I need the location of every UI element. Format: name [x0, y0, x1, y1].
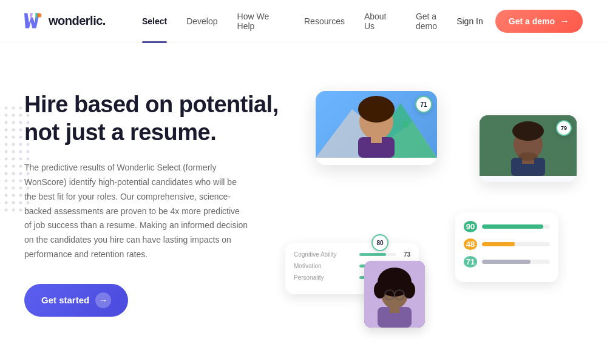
candidate-card-man: 79 — [480, 115, 577, 182]
svg-point-34 — [0, 150, 1, 153]
nav-right: Sign In Get a demo → — [456, 10, 583, 33]
svg-point-30 — [5, 143, 8, 146]
svg-point-76 — [12, 209, 15, 212]
svg-point-26 — [12, 136, 15, 139]
arrow-right-icon: → — [95, 292, 111, 308]
hero-illustration: 71 79 — [279, 79, 583, 364]
svg-point-65 — [5, 194, 8, 197]
candidate-photo-man: 79 — [480, 115, 577, 176]
score-row-48: 48 — [464, 238, 550, 250]
assess-row-cognitive: Cognitive Ability 73 — [294, 251, 410, 258]
score-badge-80: 80 — [371, 234, 388, 251]
logo-text: wonderlic. — [49, 14, 106, 28]
get-demo-button[interactable]: Get a demo → — [495, 10, 583, 33]
wonderlic-logo-icon — [24, 13, 44, 30]
svg-point-4 — [0, 107, 1, 110]
svg-point-89 — [512, 121, 544, 141]
svg-point-12 — [19, 114, 22, 117]
svg-point-11 — [12, 114, 15, 117]
svg-point-6 — [12, 107, 15, 110]
svg-point-66 — [12, 194, 15, 197]
svg-point-59 — [0, 187, 1, 190]
score-bar-fill-71 — [482, 260, 531, 264]
svg-point-22 — [19, 129, 22, 132]
svg-point-75 — [5, 209, 8, 212]
hero-description: The predictive results of Wonderlic Sele… — [24, 161, 249, 262]
svg-point-25 — [5, 136, 8, 139]
logo[interactable]: wonderlic. — [24, 13, 106, 30]
svg-point-9 — [0, 114, 1, 117]
svg-point-57 — [19, 180, 22, 183]
svg-point-74 — [0, 209, 1, 212]
candidate-photo-woman: 71 — [316, 91, 437, 158]
svg-rect-86 — [371, 133, 382, 143]
arrow-icon: → — [560, 16, 569, 27]
svg-point-77 — [19, 209, 22, 212]
svg-point-97 — [403, 281, 415, 298]
svg-point-54 — [0, 180, 1, 183]
svg-point-15 — [5, 121, 8, 124]
svg-point-17 — [19, 121, 22, 124]
svg-point-55 — [5, 180, 8, 183]
svg-point-67 — [19, 194, 22, 197]
svg-point-84 — [358, 96, 395, 123]
score-value-48: 48 — [464, 238, 477, 250]
sign-in-link[interactable]: Sign In — [456, 16, 483, 26]
nav-item-resources[interactable]: Resources — [304, 16, 345, 26]
svg-point-70 — [5, 201, 8, 204]
nav-item-get-a-demo[interactable]: Get a demo — [416, 12, 456, 31]
score-value-71: 71 — [464, 256, 477, 268]
svg-point-56 — [12, 180, 15, 183]
nav-item-select[interactable]: Select — [142, 16, 167, 26]
svg-point-5 — [5, 107, 8, 110]
svg-point-64 — [0, 194, 1, 197]
svg-point-44 — [0, 165, 1, 168]
svg-point-51 — [12, 172, 15, 175]
svg-point-72 — [19, 201, 22, 204]
assess-label-motivation: Motivation — [294, 263, 356, 269]
hero-section: // We'll render dots via inline approach — [0, 42, 607, 364]
svg-point-35 — [5, 150, 8, 153]
candidate-card-woman: 71 — [316, 91, 437, 165]
nav-item-develop[interactable]: Develop — [186, 16, 217, 26]
svg-point-96 — [374, 281, 386, 298]
svg-point-49 — [0, 172, 1, 175]
score-bar-bg-71 — [482, 260, 550, 264]
nav-item-about-us[interactable]: About Us — [364, 12, 396, 31]
svg-point-46 — [12, 165, 15, 168]
svg-point-37 — [19, 150, 22, 153]
svg-point-19 — [0, 129, 1, 132]
candidate-avatar-woman2 — [364, 261, 425, 328]
score-badge-79: 79 — [556, 120, 572, 136]
score-bar-fill-90 — [482, 224, 543, 229]
svg-rect-102 — [390, 305, 399, 313]
svg-point-50 — [5, 172, 8, 175]
score-bar-fill-48 — [482, 242, 515, 246]
score-bars-card: 90 48 71 — [455, 212, 558, 282]
svg-point-41 — [12, 158, 15, 161]
svg-point-29 — [0, 143, 1, 146]
score-value-90: 90 — [464, 221, 477, 232]
score-bar-bg-48 — [482, 242, 550, 246]
nav-item-how-we-help[interactable]: How We Help — [237, 12, 285, 31]
svg-point-40 — [5, 158, 8, 161]
svg-point-39 — [0, 158, 1, 161]
svg-point-52 — [19, 172, 22, 175]
score-row-90: 90 — [464, 221, 550, 232]
svg-point-42 — [19, 158, 22, 161]
svg-point-21 — [12, 129, 15, 132]
svg-point-36 — [12, 150, 15, 153]
assess-label-personality: Personality — [294, 274, 356, 281]
assess-score-cognitive: 73 — [399, 251, 410, 258]
assess-bar-cognitive — [359, 253, 396, 256]
score-bar-bg-90 — [482, 224, 550, 229]
svg-point-3 — [37, 13, 41, 17]
svg-point-45 — [5, 165, 8, 168]
svg-point-61 — [12, 187, 15, 190]
svg-point-69 — [0, 201, 1, 204]
svg-point-32 — [19, 143, 22, 146]
svg-point-16 — [12, 121, 15, 124]
svg-point-27 — [19, 136, 22, 139]
get-started-button[interactable]: Get started → — [24, 284, 128, 317]
svg-point-14 — [0, 121, 1, 124]
